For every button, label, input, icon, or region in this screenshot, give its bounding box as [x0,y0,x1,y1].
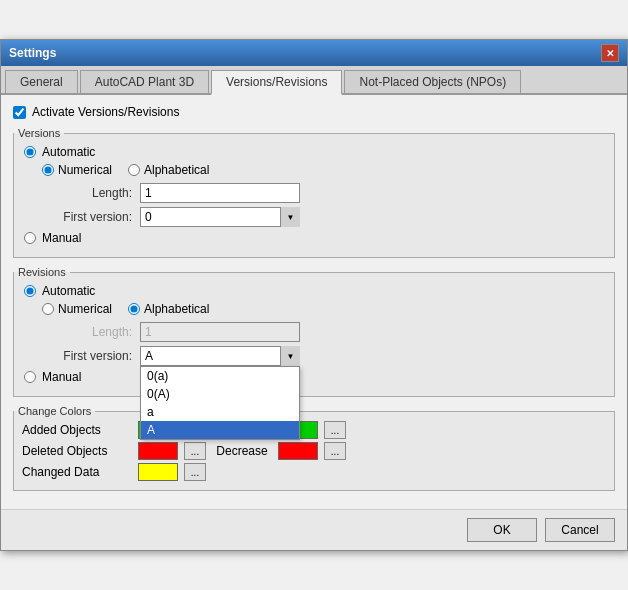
color-row-changed: Changed Data ... [22,463,606,481]
versions-length-label: Length: [52,186,132,200]
versions-firstver-arrow[interactable]: ▼ [280,207,300,227]
title-bar: Settings ✕ [1,40,627,66]
revisions-numerical-radio[interactable] [42,303,54,315]
versions-firstver-dropdown[interactable]: 0 ▼ [140,207,300,227]
colors-legend: Change Colors [14,405,95,417]
changed-left-dots[interactable]: ... [184,463,206,481]
versions-manual-label: Manual [42,231,81,245]
versions-firstver-value: 0 [140,207,300,227]
added-label: Added Objects [22,423,132,437]
dialog-title: Settings [9,46,56,60]
revisions-length-label: Length: [52,325,132,339]
revisions-length-input [140,322,300,342]
revisions-alphabetical-radio[interactable] [128,303,140,315]
versions-legend: Versions [14,127,64,139]
versions-length-row: Length: [52,183,604,203]
revisions-type-row: Numerical Alphabetical [42,302,604,316]
settings-dialog: Settings ✕ General AutoCAD Plant 3D Vers… [0,39,628,551]
revisions-alphabetical-label: Alphabetical [128,302,209,316]
revisions-legend: Revisions [14,266,70,278]
versions-automatic-label: Automatic [42,145,95,159]
changed-label: Changed Data [22,465,132,479]
versions-firstver-label: First version: [52,210,132,224]
versions-length-input[interactable] [140,183,300,203]
revisions-firstver-menu: 0(a) 0(A) a A [140,366,300,440]
deleted-left-swatch [138,442,178,460]
versions-type-row: Numerical Alphabetical [42,163,604,177]
tab-versions[interactable]: Versions/Revisions [211,70,342,95]
activate-row: Activate Versions/Revisions [13,105,615,119]
versions-alphabetical-radio[interactable] [128,164,140,176]
revisions-firstver-row: First version: A ▼ 0(a) 0(A) a A [52,346,604,366]
footer: OK Cancel [1,509,627,550]
revisions-manual-row: Manual [24,370,604,384]
versions-numerical-radio[interactable] [42,164,54,176]
deleted-label: Deleted Objects [22,444,132,458]
versions-section: Versions Automatic Numerical Alphabetica… [13,127,615,258]
deleted-right-dots[interactable]: ... [324,442,346,460]
versions-manual-row: Manual [24,231,604,245]
dropdown-option-0A[interactable]: 0(A) [141,385,299,403]
color-row-deleted: Deleted Objects ... Decrease ... [22,442,606,460]
deleted-right-swatch [278,442,318,460]
revisions-length-row: Length: [52,322,604,342]
versions-alphabetical-label: Alphabetical [128,163,209,177]
ok-button[interactable]: OK [467,518,537,542]
dropdown-option-a[interactable]: a [141,403,299,421]
tab-general[interactable]: General [5,70,78,93]
revisions-automatic-radio[interactable] [24,285,36,297]
deleted-left-dots[interactable]: ... [184,442,206,460]
revisions-section: Revisions Automatic Numerical Alphabetic… [13,266,615,397]
revisions-firstver-arrow[interactable]: ▼ [280,346,300,366]
colors-section: Change Colors Added Objects ... Increase… [13,405,615,491]
tab-bar: General AutoCAD Plant 3D Versions/Revisi… [1,66,627,95]
content-area: Activate Versions/Revisions Versions Aut… [1,95,627,509]
close-button[interactable]: ✕ [601,44,619,62]
revisions-manual-radio[interactable] [24,371,36,383]
revisions-automatic-label: Automatic [42,284,95,298]
revisions-manual-label: Manual [42,370,81,384]
revisions-numerical-label: Numerical [42,302,112,316]
versions-automatic-radio[interactable] [24,146,36,158]
color-row-added: Added Objects ... Increase ... [22,421,606,439]
versions-numerical-label: Numerical [42,163,112,177]
dropdown-option-A[interactable]: A [141,421,299,439]
activate-label: Activate Versions/Revisions [32,105,179,119]
colors-inner: Added Objects ... Increase ... Deleted O… [14,417,614,490]
added-right-dots[interactable]: ... [324,421,346,439]
revisions-automatic-row: Automatic [24,284,604,298]
dropdown-option-0a[interactable]: 0(a) [141,367,299,385]
changed-left-swatch [138,463,178,481]
versions-manual-radio[interactable] [24,232,36,244]
cancel-button[interactable]: Cancel [545,518,615,542]
deleted-change-label: Decrease [212,444,272,458]
versions-automatic-row: Automatic [24,145,604,159]
activate-checkbox[interactable] [13,106,26,119]
tab-autocad[interactable]: AutoCAD Plant 3D [80,70,209,93]
revisions-firstver-dropdown[interactable]: A ▼ 0(a) 0(A) a A [140,346,300,366]
revisions-inner: Automatic Numerical Alphabetical Length: [14,278,614,396]
revisions-firstver-value: A [140,346,300,366]
tab-npo[interactable]: Not-Placed Objects (NPOs) [344,70,521,93]
versions-firstver-row: First version: 0 ▼ [52,207,604,227]
revisions-firstver-label: First version: [52,349,132,363]
versions-inner: Automatic Numerical Alphabetical Length: [14,139,614,257]
